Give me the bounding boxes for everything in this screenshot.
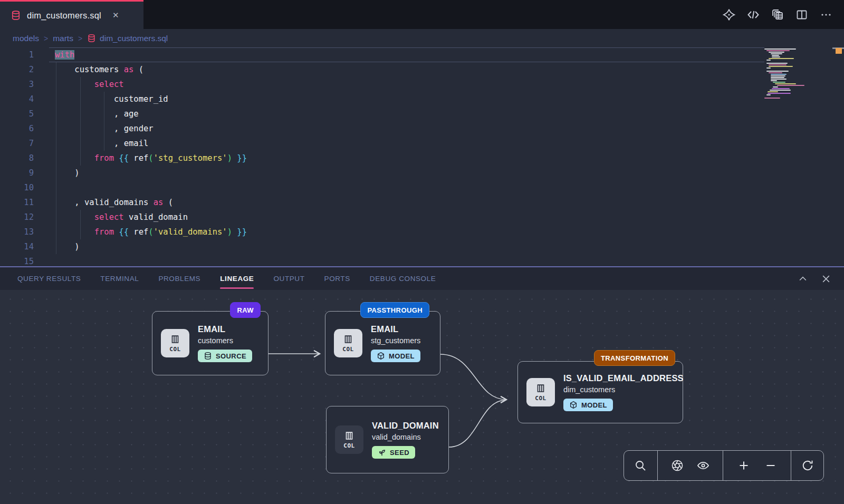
columns-icon [535,383,546,394]
line-source: ) [34,166,80,180]
code-line-3[interactable]: 3 select [0,77,844,92]
lineage-node-valid_domains[interactable]: COLVALID_DOMAINvalid_domainsSEED [326,406,449,473]
close-icon[interactable] [821,274,831,284]
code-line-6[interactable]: 6 , gender [0,121,844,136]
column-chip[interactable]: COL [526,378,555,406]
code-token: {{ [119,227,129,237]
cube-icon [569,401,578,409]
minimap-line [775,83,796,84]
lineage-node-stg_customers[interactable]: PASSTHROUGHCOLEMAILstg_customersMODEL [325,311,440,375]
minimap-line [772,55,779,56]
line-number: 10 [0,180,34,195]
code-token [55,227,94,237]
lineage-canvas[interactable]: RAWCOLEMAILcustomersSOURCEPASSTHROUGHCOL… [0,290,844,504]
code-line-8[interactable]: 8 from {{ ref('stg_customers') }} [0,151,844,166]
code-line-13[interactable]: 13 from {{ ref('valid_domains') }} [0,225,844,239]
column-chip-label: COL [535,395,546,402]
line-number: 9 [0,166,34,180]
breadcrumb-item-models[interactable]: models [13,34,39,43]
file-tab[interactable]: dim_customers.sql ✕ [0,0,143,29]
panel-tab-lineage[interactable]: LINEAGE [220,267,254,290]
copy-table-icon[interactable] [771,8,784,21]
code-token: 'valid_domains' [154,227,227,237]
code-line-14[interactable]: 14 ) [0,239,844,254]
minimap-line [766,50,790,51]
resource-chip-model: MODEL [371,350,420,362]
code-line-9[interactable]: 9 ) [0,166,844,180]
split-editor-icon[interactable] [795,8,808,21]
column-chip[interactable]: COL [335,425,363,454]
node-title: EMAIL [198,324,225,334]
bottom-panel-actions [798,274,831,284]
breadcrumb-item-marts[interactable]: marts [53,34,73,43]
code-line-4[interactable]: 4 customer_id [0,92,844,106]
minimap[interactable] [764,49,809,99]
panel-tab-output[interactable]: OUTPUT [273,267,304,290]
columns-icon [343,430,355,442]
column-chip[interactable]: COL [334,329,362,357]
eye-icon[interactable] [697,459,709,472]
minimap-line [771,53,782,54]
node-badge-passthrough: PASSTHROUGH [360,302,429,318]
node-subtitle: valid_domains [372,433,421,441]
code-token: ( [148,227,153,237]
code-token [114,153,119,163]
line-number: 6 [0,121,34,136]
resource-chip-seed: SEED [372,446,415,459]
code-line-11[interactable]: 11 , valid_domains as ( [0,195,844,210]
code-token: with [55,50,74,60]
column-chip-label: COL [343,442,354,449]
breadcrumb-separator: > [44,34,48,43]
indent-guide [56,62,56,254]
breadcrumb: models>marts>dim_customers.sql [0,29,844,47]
minimap-line [772,56,780,57]
minimap-line [773,86,778,88]
resource-chip-source: SOURCE [198,350,252,362]
panel-tab-query-results[interactable]: QUERY RESULTS [17,267,81,290]
column-chip[interactable]: COL [161,329,189,357]
panel-tab-debug-console[interactable]: DEBUG CONSOLE [370,267,436,290]
dbt-logo-icon[interactable] [723,8,735,21]
code-line-1[interactable]: 1with [0,47,844,62]
code-token: from [94,153,114,163]
line-source [34,254,55,266]
panel-tab-terminal[interactable]: TERMINAL [100,267,139,290]
line-source: from {{ ref('stg_customers') }} [34,151,247,166]
lineage-node-dim_customers[interactable]: TRANSFORMATIONCOLIS_VALID_EMAIL_ADDRESSd… [517,361,683,423]
file-tab-title: dim_customers.sql [27,11,101,21]
database-icon [204,352,212,360]
code-token: {{ [119,153,129,163]
line-source: , email [34,136,148,151]
breadcrumb-label: marts [53,34,73,43]
code-line-10[interactable]: 10 [0,180,844,195]
code-line-12[interactable]: 12 select valid_domain [0,210,844,225]
code-editor[interactable]: 1with2 customers as (3 select4 customer_… [0,47,844,266]
code-token: }} [237,227,247,237]
ellipsis-icon[interactable] [820,8,832,21]
minimap-line [771,75,785,76]
code-line-5[interactable]: 5 , age [0,106,844,121]
ruler-selection-mark [836,48,842,54]
database-icon [87,34,96,43]
minus-icon[interactable] [764,459,777,472]
code-line-7[interactable]: 7 , email [0,136,844,151]
minimap-line [764,98,780,99]
node-subtitle: stg_customers [371,336,420,345]
close-icon[interactable]: ✕ [112,11,119,20]
panel-tab-ports[interactable]: PORTS [324,267,350,290]
aperture-icon[interactable] [671,459,684,472]
search-icon[interactable] [634,459,647,472]
overview-ruler[interactable] [832,47,844,266]
code-token: customers [55,65,124,74]
plus-icon[interactable] [737,459,750,472]
refresh-icon[interactable] [801,459,814,472]
lineage-node-customers[interactable]: RAWCOLEMAILcustomersSOURCE [152,311,268,375]
code-icon[interactable] [747,8,760,21]
code-line-15[interactable]: 15 [0,254,844,266]
minimap-line [769,66,793,67]
minimap-line [764,49,796,50]
panel-tab-problems[interactable]: PROBLEMS [158,267,200,290]
breadcrumb-item-dim-customers-sql[interactable]: dim_customers.sql [87,34,168,43]
chevron-up-icon[interactable] [798,274,808,284]
code-line-2[interactable]: 2 customers as ( [0,62,844,77]
